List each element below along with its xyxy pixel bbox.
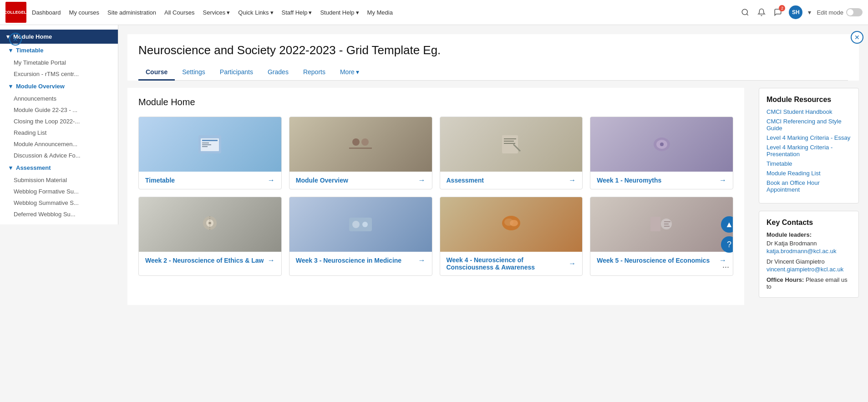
- sidebar-leaf-webblog-summative[interactable]: Webblog Summative S...: [0, 197, 118, 209]
- svg-rect-13: [504, 141, 514, 142]
- scroll-up-button[interactable]: ▲: [721, 216, 733, 233]
- link-timetable[interactable]: Timetable: [766, 160, 851, 167]
- tab-course[interactable]: Course: [138, 65, 175, 81]
- close-right-panel-button[interactable]: ✕: [851, 31, 863, 44]
- module-grid: Timetable → Module Overview →: [138, 117, 733, 276]
- svg-rect-6: [202, 144, 211, 145]
- floating-buttons: ▲ ?: [721, 216, 733, 253]
- card-week2-arrow[interactable]: →: [268, 256, 275, 265]
- nav-quick-links[interactable]: Quick Links ▾: [238, 9, 273, 16]
- svg-point-17: [660, 142, 664, 146]
- svg-line-1: [747, 14, 748, 15]
- link-cmci-handbook[interactable]: CMCI Student Handbook: [766, 108, 851, 115]
- card-overview-arrow[interactable]: →: [418, 176, 426, 184]
- chevron-down-icon: ▾: [309, 9, 312, 16]
- module-home-heading: Module Home: [138, 97, 733, 107]
- sidebar-item-module-overview[interactable]: ▾ Module Overview: [0, 80, 118, 93]
- contact-2-name: Dr Vincent Giampietro: [766, 258, 851, 265]
- more-options-dots[interactable]: ···: [722, 262, 729, 272]
- tab-participants[interactable]: Participants: [213, 65, 260, 81]
- svg-rect-28: [650, 217, 660, 231]
- sidebar-leaf-discussion[interactable]: Discussion & Advice Fo...: [0, 150, 118, 161]
- card-week1[interactable]: Week 1 - Neuromyths →: [590, 117, 733, 189]
- edit-mode-toggle: Edit mode: [817, 8, 863, 16]
- svg-point-24: [362, 222, 368, 227]
- link-level4-essay[interactable]: Level 4 Marking Criteria - Essay: [766, 134, 851, 141]
- sidebar-leaf-webblog-formative[interactable]: Webblog Formative Su...: [0, 186, 118, 197]
- svg-point-23: [352, 221, 360, 228]
- card-timetable-title: Timetable: [145, 177, 175, 184]
- message-notification[interactable]: 2: [772, 7, 783, 18]
- close-sidebar-button[interactable]: ✕: [9, 33, 22, 46]
- sidebar-leaf-announcements[interactable]: Announcements: [0, 93, 118, 104]
- card-week3-image: [289, 197, 432, 252]
- chevron-down-icon: ▾: [227, 9, 230, 16]
- card-week5-body: Week 5 - Neuroscience of Economics →: [590, 252, 733, 269]
- notification-bell-icon[interactable]: [756, 7, 767, 18]
- page-title: Neuroscience and Society 2022-2023 - Gri…: [138, 43, 848, 57]
- tab-grades[interactable]: Grades: [260, 65, 296, 81]
- office-hours-text: Office Hours: Please email us to: [766, 276, 851, 290]
- card-week5[interactable]: Week 5 - Neuroscience of Economics → ▲ ?…: [590, 197, 733, 276]
- contact-1-name: Dr Katja Brodmann: [766, 240, 851, 247]
- nav-my-courses[interactable]: My courses: [69, 9, 99, 16]
- content-body: Module Home Timetable →: [127, 81, 859, 305]
- card-assessment[interactable]: Assessment →: [440, 117, 583, 189]
- top-navigation: KING'S COLLEGE LONDON Dashboard My cours…: [0, 0, 868, 25]
- help-button[interactable]: ?: [721, 236, 733, 253]
- sidebar-leaf-submission[interactable]: Submission Material: [0, 174, 118, 186]
- nav-all-courses[interactable]: All Courses: [164, 9, 194, 16]
- card-week4-arrow[interactable]: →: [569, 260, 576, 268]
- card-week4[interactable]: Week 4 - Neuroscience of Consciousness &…: [440, 197, 583, 276]
- contact-1-email[interactable]: katja.brodmann@kcl.ac.uk: [766, 248, 851, 254]
- sidebar-leaf-module-announcements[interactable]: Module Announcemen...: [0, 138, 118, 150]
- key-contacts-title: Key Contacts: [766, 219, 851, 227]
- sidebar-item-timetable[interactable]: ▾ Timetable: [0, 44, 118, 57]
- card-week1-arrow[interactable]: →: [719, 176, 726, 184]
- link-reading-list[interactable]: Module Reading List: [766, 170, 851, 177]
- tab-settings[interactable]: Settings: [175, 65, 213, 81]
- nav-services[interactable]: Services ▾: [203, 9, 230, 16]
- card-week4-body: Week 4 - Neuroscience of Consciousness &…: [440, 252, 583, 275]
- sidebar-leaf-my-timetable[interactable]: My Timetable Portal: [0, 57, 118, 68]
- card-week1-title: Week 1 - Neuromyths: [597, 177, 661, 184]
- svg-rect-30: [664, 221, 670, 222]
- sidebar-leaf-excursion[interactable]: Excursion - rTMS centr...: [0, 68, 118, 80]
- card-module-overview[interactable]: Module Overview →: [289, 117, 432, 189]
- sidebar-leaf-module-guide[interactable]: Module Guide 22-23 - ...: [0, 104, 118, 116]
- link-cmci-referencing[interactable]: CMCI Referencing and Style Guide: [766, 118, 851, 132]
- card-timetable-body: Timetable →: [139, 172, 281, 189]
- nav-student-help[interactable]: Student Help ▾: [320, 9, 359, 16]
- card-week3-arrow[interactable]: →: [418, 256, 426, 265]
- nav-site-admin[interactable]: Site administration: [107, 9, 156, 16]
- card-week4-image: [440, 197, 583, 252]
- chevron-down-icon: ▾: [270, 9, 274, 16]
- kcl-logo[interactable]: KING'S COLLEGE LONDON: [5, 2, 26, 23]
- edit-mode-switch[interactable]: [846, 8, 863, 16]
- contact-2-email[interactable]: vincent.giampietro@kcl.ac.uk: [766, 266, 851, 273]
- card-timetable[interactable]: Timetable →: [138, 117, 282, 189]
- nav-staff-help[interactable]: Staff Help ▾: [282, 9, 312, 16]
- link-office-hour[interactable]: Book an Office Hour Appointment: [766, 179, 851, 193]
- key-contacts-box: Key Contacts Module leaders: Dr Katja Br…: [759, 211, 859, 298]
- sidebar-leaf-deferred[interactable]: Deferred Webblog Su...: [0, 209, 118, 220]
- card-timetable-arrow[interactable]: →: [268, 176, 275, 184]
- sidebar-leaf-reading-list[interactable]: Reading List: [0, 127, 118, 138]
- sidebar-leaf-closing-loop[interactable]: Closing the Loop 2022-...: [0, 116, 118, 127]
- sidebar-item-assessment[interactable]: ▾ Assessment: [0, 161, 118, 174]
- tab-more[interactable]: More ▾: [333, 65, 366, 81]
- tab-reports[interactable]: Reports: [296, 65, 333, 81]
- card-week2[interactable]: Week 2 - Neuroscience of Ethics & Law →: [138, 197, 282, 276]
- user-avatar[interactable]: SH: [789, 5, 802, 19]
- module-resources-title: Module Resources: [766, 96, 851, 104]
- svg-point-0: [742, 9, 748, 15]
- nav-my-media[interactable]: My Media: [367, 9, 393, 16]
- card-week3[interactable]: Week 3 - Neuroscience in Medicine →: [289, 197, 432, 276]
- nav-dashboard[interactable]: Dashboard: [32, 9, 61, 16]
- svg-rect-4: [202, 140, 218, 141]
- chevron-down-icon[interactable]: ▾: [808, 9, 811, 16]
- link-level4-presentation[interactable]: Level 4 Marking Criteria - Presentation: [766, 144, 851, 158]
- card-assessment-arrow[interactable]: →: [569, 176, 576, 184]
- search-icon[interactable]: [740, 7, 751, 18]
- svg-rect-11: [502, 135, 518, 153]
